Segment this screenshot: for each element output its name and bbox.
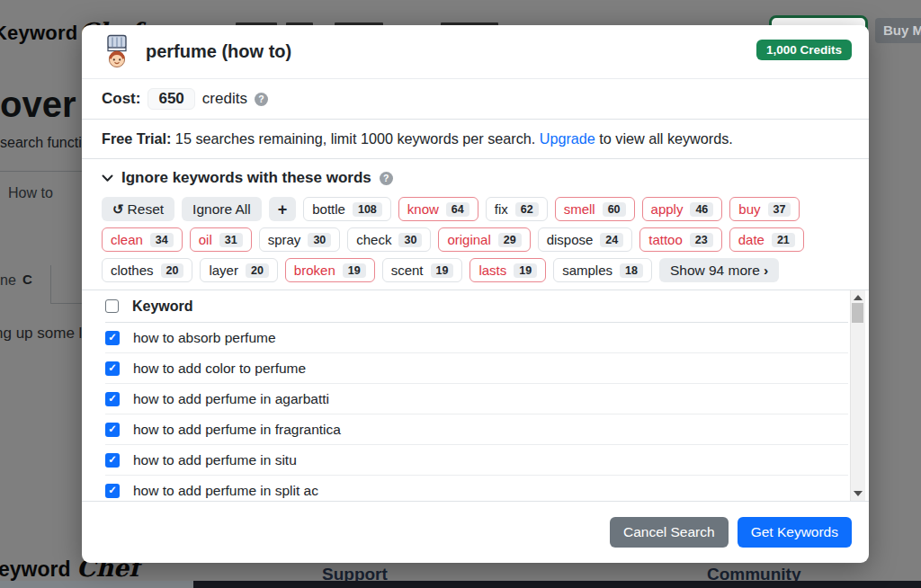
free-trial-suffix: to view all keywords. — [595, 130, 733, 147]
row-checkbox[interactable]: ✓ — [105, 361, 120, 376]
keyword-column-header: Keyword — [132, 298, 193, 315]
row-checkbox[interactable]: ✓ — [105, 484, 120, 498]
ignore-chip-fix[interactable]: fix62 — [486, 197, 548, 221]
cost-row: Cost: 650 credits ? — [82, 79, 869, 120]
chip-word: layer — [209, 263, 238, 278]
chip-word: original — [447, 232, 490, 247]
ignore-chip-dispose[interactable]: dispose24 — [538, 227, 633, 252]
ignore-chip-spray[interactable]: spray30 — [259, 227, 341, 252]
chip-count: 60 — [603, 202, 626, 217]
select-all-checkbox[interactable] — [105, 299, 119, 313]
ignore-chip-date[interactable]: date21 — [729, 227, 804, 252]
keyword-text: how to add perfume in split ac — [133, 483, 318, 499]
modal-title: perfume (how to) — [146, 41, 291, 62]
chip-word: know — [407, 201, 439, 217]
chip-word: fix — [495, 201, 508, 217]
chip-count: 46 — [690, 202, 713, 217]
ignore-chip-lasts[interactable]: lasts19 — [469, 258, 546, 282]
scrollbar-thumb[interactable] — [852, 303, 863, 323]
ignore-help-icon[interactable]: ? — [380, 172, 393, 185]
row-checkbox[interactable]: ✓ — [105, 331, 120, 345]
upgrade-link[interactable]: Upgrade — [540, 130, 595, 147]
chip-word: scent — [391, 263, 424, 278]
ignore-chip-original[interactable]: original29 — [438, 227, 530, 252]
ignore-all-button[interactable]: Ignore All — [182, 197, 262, 221]
ignore-chip-broken[interactable]: broken19 — [285, 258, 375, 282]
ignore-chip-bottle[interactable]: bottle108 — [303, 197, 391, 221]
keyword-row: ✓how to add perfume in split ac — [105, 476, 848, 502]
chip-count: 30 — [398, 233, 422, 247]
ignore-chip-layer[interactable]: layer20 — [200, 258, 277, 282]
ignore-chip-smell[interactable]: smell60 — [555, 197, 635, 221]
chip-count: 20 — [246, 263, 269, 278]
chip-count: 108 — [353, 202, 382, 217]
chip-count: 31 — [219, 233, 243, 247]
ignore-chip-buy[interactable]: buy37 — [729, 197, 800, 221]
cost-help-icon[interactable]: ? — [255, 93, 268, 106]
ignore-chips-container: ↺Reset Ignore All + bottle108know64fix62… — [102, 197, 821, 282]
free-trial-text: 15 searches remaining, limit 1000 keywor… — [171, 130, 539, 147]
ignore-chip-tattoo[interactable]: tattoo23 — [639, 227, 721, 252]
list-scrollbar[interactable] — [850, 290, 865, 501]
reset-button[interactable]: ↺Reset — [102, 197, 174, 221]
undo-icon: ↺ — [112, 201, 124, 217]
chip-word: oil — [199, 232, 212, 247]
keyword-rows: ✓how to absorb perfume✓how to add color … — [105, 323, 848, 502]
chip-count: 24 — [600, 233, 623, 247]
keyword-list: Keyword ✓how to absorb perfume✓how to ad… — [82, 290, 869, 502]
keyword-text: how to add color to perfume — [133, 361, 306, 377]
ignore-chip-know[interactable]: know64 — [398, 197, 478, 221]
ignore-chip-clothes[interactable]: clothes20 — [102, 258, 192, 282]
cost-label: Cost: — [102, 90, 140, 108]
ignore-chip-scent[interactable]: scent19 — [382, 258, 463, 282]
get-keywords-button[interactable]: Get Keywords — [738, 517, 852, 548]
ignore-section-toggle[interactable]: Ignore keywords with these words ? — [102, 169, 849, 187]
keyword-row: ✓how to add perfume in agarbatti — [105, 384, 848, 414]
chip-word: tattoo — [648, 232, 683, 247]
chip-word: bottle — [312, 201, 345, 217]
chip-count: 62 — [515, 202, 539, 217]
ignore-chip-clean[interactable]: clean34 — [102, 227, 183, 252]
scroll-up-arrow-icon[interactable] — [854, 295, 863, 300]
app-screen: KeywordChef over search functio How to n… — [0, 0, 921, 588]
ignore-keywords-section: Ignore keywords with these words ? ↺Rese… — [82, 159, 869, 290]
add-word-button[interactable]: + — [269, 197, 297, 221]
ignore-chip-apply[interactable]: apply46 — [642, 197, 723, 221]
keyword-text: how to absorb perfume — [133, 330, 276, 346]
chip-word: lasts — [478, 263, 506, 278]
ignore-chip-samples[interactable]: samples18 — [553, 258, 652, 282]
buy-more-button: Buy Mo — [875, 18, 921, 43]
cost-value: 650 — [148, 88, 194, 110]
chip-word: spray — [268, 232, 301, 247]
chevron-down-icon — [102, 174, 113, 183]
chip-word: clothes — [111, 263, 154, 278]
ignore-chip-oil[interactable]: oil31 — [190, 227, 252, 252]
cancel-search-button[interactable]: Cancel Search — [610, 517, 729, 548]
chip-count: 21 — [772, 233, 795, 247]
modal-header: perfume (how to) 1,000 Credits — [82, 25, 869, 79]
chip-word: smell — [564, 201, 595, 217]
chip-count: 29 — [498, 233, 522, 247]
chip-word: apply — [651, 201, 684, 217]
row-checkbox[interactable]: ✓ — [105, 453, 120, 468]
cost-unit: credits — [202, 90, 247, 108]
ignore-chip-check[interactable]: check30 — [347, 227, 431, 252]
row-checkbox[interactable]: ✓ — [105, 423, 120, 437]
free-trial-row: Free Trial: 15 searches remaining, limit… — [82, 120, 869, 159]
chip-count: 34 — [150, 233, 174, 247]
chip-count: 30 — [308, 233, 331, 247]
chip-word: buy — [738, 201, 760, 217]
chip-word: clean — [111, 232, 143, 247]
chip-word: date — [738, 232, 765, 247]
row-checkbox[interactable]: ✓ — [105, 392, 120, 406]
scroll-down-arrow-icon[interactable] — [854, 491, 863, 496]
bottom-strip-left — [0, 581, 193, 588]
keyword-row: ✓how to add perfume in fragrantica — [105, 414, 848, 445]
keyword-text: how to add perfume in fragrantica — [133, 422, 341, 438]
chip-word: broken — [294, 263, 335, 278]
keyword-text: how to add perfume in situ — [133, 452, 297, 468]
chip-count: 19 — [431, 263, 454, 278]
free-trial-label: Free Trial: — [102, 130, 171, 147]
show-more-button[interactable]: Show 94 more› — [659, 258, 779, 282]
chevron-right-icon: › — [764, 263, 768, 278]
